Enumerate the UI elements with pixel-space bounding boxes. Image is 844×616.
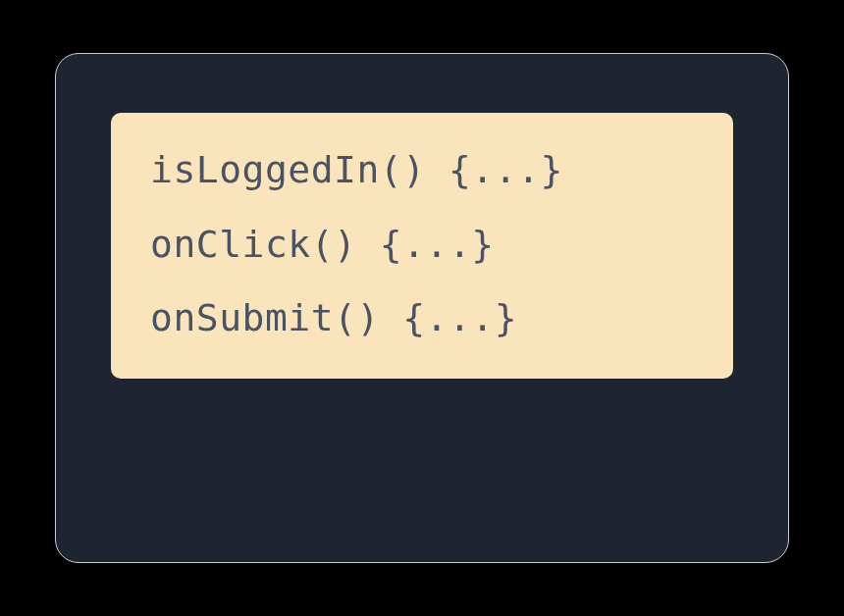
code-box: isLoggedIn() {...} onClick() {...} onSub… xyxy=(111,113,733,379)
code-line: onClick() {...} xyxy=(150,223,694,268)
code-line: isLoggedIn() {...} xyxy=(150,148,694,193)
code-panel: isLoggedIn() {...} onClick() {...} onSub… xyxy=(55,53,789,563)
code-line: onSubmit() {...} xyxy=(150,296,694,341)
